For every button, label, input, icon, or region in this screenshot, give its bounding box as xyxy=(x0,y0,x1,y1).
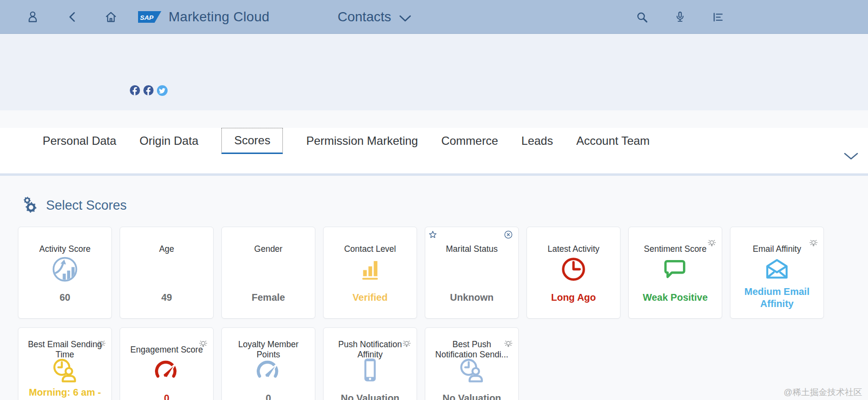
score-card-row: Best Email Sending Time Morning: 6 am - … xyxy=(0,327,868,400)
tab-leads[interactable]: Leads xyxy=(521,128,553,154)
tab-scores[interactable]: Scores xyxy=(221,128,283,154)
card-value: Unknown xyxy=(429,284,514,311)
scores-panel: Select Scores Activity Score 60 Age 49 G… xyxy=(0,176,868,400)
card-title: Marital Status xyxy=(430,238,513,260)
tab-personal-data[interactable]: Personal Data xyxy=(43,128,116,154)
facebook-icon[interactable] xyxy=(130,85,140,96)
tab-commerce[interactable]: Commerce xyxy=(441,128,498,154)
score-card[interactable]: Best Email Sending Time Morning: 6 am - … xyxy=(18,327,112,400)
card-value: No Valuation xyxy=(327,385,413,400)
score-card[interactable]: Push Notification Affinity No Valuation xyxy=(323,327,417,400)
bars-icon xyxy=(324,255,417,283)
score-card-row: Activity Score 60 Age 49 Gender Female C… xyxy=(0,227,868,319)
card-value: Medium Email Affinity xyxy=(734,284,820,311)
tab-bar: Personal DataOrigin DataScoresPermission… xyxy=(0,128,868,173)
home-icon[interactable] xyxy=(104,10,118,24)
card-value: Long Ago xyxy=(531,284,616,311)
bubble-icon xyxy=(629,255,722,283)
score-card[interactable]: Engagement Score 0 xyxy=(120,327,214,400)
watermark: @稀土掘金技术社区 xyxy=(784,386,862,398)
shell-bar: SAP Marketing Cloud Contacts xyxy=(0,0,868,34)
score-card[interactable]: Gender Female xyxy=(221,227,315,319)
phone-icon xyxy=(324,356,417,384)
gauge-icon xyxy=(120,356,213,384)
shell-left-group: SAP Marketing Cloud xyxy=(0,9,269,25)
tab-account-team[interactable]: Account Team xyxy=(576,128,650,154)
score-card[interactable]: Latest Activity Long Ago xyxy=(527,227,620,319)
card-value: Female xyxy=(226,284,311,311)
card-value: No Valuation xyxy=(429,385,514,400)
score-card[interactable]: Email Affinity Medium Email Affinity xyxy=(730,227,824,319)
card-value: 0 xyxy=(226,385,311,400)
score-card[interactable]: Loyalty Member Points 0 xyxy=(221,327,315,400)
envelope-icon xyxy=(730,255,823,283)
card-value: Weak Positive xyxy=(633,284,718,311)
section-header: Select Scores xyxy=(0,176,868,215)
user-profile-icon[interactable] xyxy=(26,10,39,23)
score-card[interactable]: Age 49 xyxy=(120,227,214,319)
product-title: Marketing Cloud xyxy=(169,9,269,25)
score-card[interactable]: Contact Level Verified xyxy=(323,227,417,319)
shell-right-group xyxy=(636,0,725,34)
page-context-label: Contacts xyxy=(338,9,391,25)
page-context-menu[interactable]: Contacts xyxy=(338,0,412,34)
person-clock-icon xyxy=(425,356,518,384)
card-value: Verified xyxy=(327,284,413,311)
search-icon[interactable] xyxy=(636,11,649,24)
back-icon[interactable] xyxy=(66,11,79,23)
card-value: 0 xyxy=(124,385,209,400)
tab-origin-data[interactable]: Origin Data xyxy=(140,128,198,154)
person-clock-icon xyxy=(18,356,111,384)
sap-logo-text: SAP xyxy=(140,14,154,21)
facebook-icon[interactable] xyxy=(143,85,154,96)
twitter-icon[interactable] xyxy=(157,85,168,96)
score-card[interactable]: Sentiment Score Weak Positive xyxy=(628,227,722,319)
card-value: 49 xyxy=(124,284,209,311)
gears-icon xyxy=(21,196,40,215)
tab-permission-marketing[interactable]: Permission Marketing xyxy=(306,128,418,154)
score-card[interactable]: Marital Status Unknown xyxy=(425,227,519,319)
trend-icon xyxy=(18,255,111,283)
card-value: 60 xyxy=(22,284,108,311)
section-title: Select Scores xyxy=(46,198,127,213)
card-title: Age xyxy=(125,238,208,260)
gauge-icon xyxy=(222,356,315,384)
microphone-icon[interactable] xyxy=(674,10,686,24)
menu-icon[interactable] xyxy=(712,11,725,23)
card-value: Morning: 6 am - 10 am xyxy=(22,385,108,400)
social-icons xyxy=(130,85,168,96)
clock-icon xyxy=(527,255,620,283)
sap-logo: SAP xyxy=(138,11,161,23)
card-title: Gender xyxy=(227,238,310,260)
chevron-down-icon xyxy=(399,15,412,23)
tabs-overflow-chevron-icon[interactable] xyxy=(843,152,859,161)
score-card[interactable]: Best Push Notification Sendi... No Valua… xyxy=(425,327,519,400)
score-card[interactable]: Activity Score 60 xyxy=(18,227,112,319)
contact-header-area xyxy=(0,34,868,110)
